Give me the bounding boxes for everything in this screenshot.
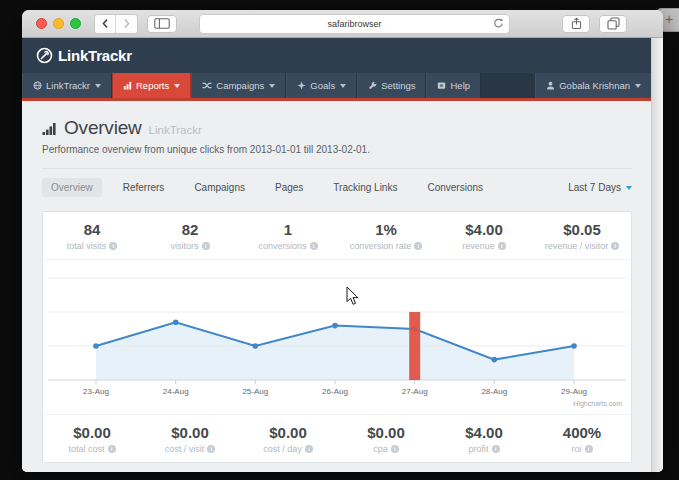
stat-roi: 400% roii — [533, 415, 631, 462]
nav-label: Help — [450, 80, 470, 91]
share-button[interactable] — [562, 15, 590, 33]
info-icon[interactable]: i — [414, 242, 422, 250]
stat-label: visitorsi — [141, 241, 239, 251]
stat-value: 82 — [141, 221, 239, 238]
stat-label-text: total visits — [67, 241, 107, 251]
tab-referrers[interactable]: Referrers — [114, 178, 174, 197]
chevron-right-icon — [122, 18, 131, 29]
date-range-selector[interactable]: Last 7 Days — [568, 182, 632, 193]
nav-item-settings[interactable]: Settings — [357, 73, 426, 98]
page-content: Overview LinkTrackr Performance overview… — [22, 101, 652, 472]
info-icon[interactable]: i — [498, 242, 506, 250]
stat-cost-day: $0.00 cost / dayi — [239, 415, 337, 462]
show-tabs-button[interactable] — [599, 15, 627, 33]
nav-item-reports[interactable]: Reports — [112, 73, 191, 98]
stat-label: conversion ratei — [337, 241, 435, 251]
info-icon[interactable]: i — [611, 242, 619, 250]
info-icon[interactable]: i — [305, 445, 313, 453]
tab-pages[interactable]: Pages — [266, 178, 312, 197]
app-logo[interactable]: LinkTrackr — [36, 47, 132, 64]
history-buttons — [94, 14, 138, 34]
stats-row-top: 84 total visitsi 82 visitorsi 1 conversi… — [43, 212, 631, 260]
nav-item-linktrackr[interactable]: LinkTrackr — [22, 73, 112, 98]
nav-item-goals[interactable]: Goals — [286, 73, 357, 98]
stat-label-text: total cost — [68, 444, 104, 454]
stat-label-text: visitors — [170, 241, 198, 251]
stat-label: roii — [533, 444, 631, 454]
tab-overview[interactable]: Overview — [42, 178, 102, 197]
svg-text:26-Aug: 26-Aug — [322, 387, 348, 396]
caret-down-icon — [635, 84, 641, 88]
stat-value: $0.00 — [239, 424, 337, 441]
stat-value: $0.05 — [533, 221, 631, 238]
close-window-button[interactable] — [36, 18, 47, 29]
tab-conversions[interactable]: Conversions — [418, 178, 492, 197]
stat-label-text: cost / visit — [165, 444, 205, 454]
scrollbar-track[interactable] — [651, 38, 663, 472]
nav-label: Settings — [381, 80, 415, 91]
share-icon — [570, 17, 583, 30]
report-tabs: Overview Referrers Campaigns Pages Track… — [22, 169, 652, 205]
nav-item-help[interactable]: Help — [426, 73, 481, 98]
info-icon[interactable]: i — [492, 445, 500, 453]
stat-conversion-rate: 1% conversion ratei — [337, 212, 435, 259]
chevron-left-icon — [101, 18, 110, 29]
browser-titlebar: safaribrowser — [22, 10, 663, 38]
stat-label: cpai — [337, 444, 435, 454]
sidebar-toggle-button[interactable] — [147, 15, 177, 33]
stat-visitors: 82 visitorsi — [141, 212, 239, 259]
stat-label: cost / dayi — [239, 444, 337, 454]
info-icon[interactable]: i — [310, 242, 318, 250]
traffic-chart[interactable]: 23-Aug24-Aug25-Aug26-Aug27-Aug28-Aug29-A… — [43, 260, 631, 414]
stat-label: conversionsi — [239, 241, 337, 251]
overview-card: 84 total visitsi 82 visitorsi 1 conversi… — [42, 211, 632, 463]
stat-label-text: cpa — [373, 444, 388, 454]
caret-down-icon — [626, 186, 632, 190]
stats-row-bottom: $0.00 total costi $0.00 cost / visiti $0… — [43, 414, 631, 462]
window-controls — [36, 18, 81, 29]
stat-profit: $4.00 profiti — [435, 415, 533, 462]
info-icon[interactable]: i — [207, 445, 215, 453]
stat-value: $0.00 — [141, 424, 239, 441]
svg-text:24-Aug: 24-Aug — [163, 387, 189, 396]
stat-label: revenuei — [435, 241, 533, 251]
overview-chart-icon — [42, 121, 57, 135]
stat-label: revenue / visitori — [533, 241, 631, 251]
info-icon[interactable]: i — [202, 242, 210, 250]
stat-label: total costi — [43, 444, 141, 454]
svg-text:29-Aug: 29-Aug — [561, 387, 587, 396]
refresh-icon[interactable] — [493, 18, 504, 29]
forward-button[interactable] — [116, 15, 137, 33]
svg-text:28-Aug: 28-Aug — [481, 387, 507, 396]
minimize-window-button[interactable] — [53, 18, 64, 29]
tab-tracking-links[interactable]: Tracking Links — [324, 178, 406, 197]
caret-down-icon — [174, 84, 180, 88]
stat-label-text: revenue / visitor — [545, 241, 609, 251]
nav-label: LinkTrackr — [46, 80, 90, 91]
screenshot-frame: + safaribrowser — [0, 0, 679, 480]
user-menu[interactable]: Gobala Krishnan — [535, 73, 652, 98]
info-icon[interactable]: i — [391, 445, 399, 453]
wrench-icon — [368, 81, 377, 90]
info-icon[interactable]: i — [109, 242, 117, 250]
address-bar[interactable]: safaribrowser — [199, 14, 510, 34]
back-button[interactable] — [95, 15, 116, 33]
info-icon[interactable]: i — [108, 445, 116, 453]
fullscreen-window-button[interactable] — [70, 18, 81, 29]
info-icon[interactable]: i — [585, 445, 593, 453]
svg-text:25-Aug: 25-Aug — [242, 387, 268, 396]
user-name: Gobala Krishnan — [559, 80, 630, 91]
stat-label-text: conversion rate — [350, 241, 412, 251]
svg-text:27-Aug: 27-Aug — [402, 387, 428, 396]
safari-window: safaribrowser — [22, 10, 663, 472]
page-title: Overview — [64, 117, 142, 139]
svg-text:23-Aug: 23-Aug — [83, 387, 109, 396]
traffic-chart-canvas[interactable]: 23-Aug24-Aug25-Aug26-Aug27-Aug28-Aug29-A… — [44, 264, 630, 414]
caret-down-icon — [269, 84, 275, 88]
page-subtitle: Performance overview from unique clicks … — [42, 144, 632, 155]
stat-value: 84 — [43, 221, 141, 238]
browser-viewport: LinkTrackr LinkTrackr Reports — [22, 38, 663, 472]
stat-cost-visit: $0.00 cost / visiti — [141, 415, 239, 462]
tab-campaigns[interactable]: Campaigns — [185, 178, 254, 197]
nav-item-campaigns[interactable]: Campaigns — [191, 73, 286, 98]
